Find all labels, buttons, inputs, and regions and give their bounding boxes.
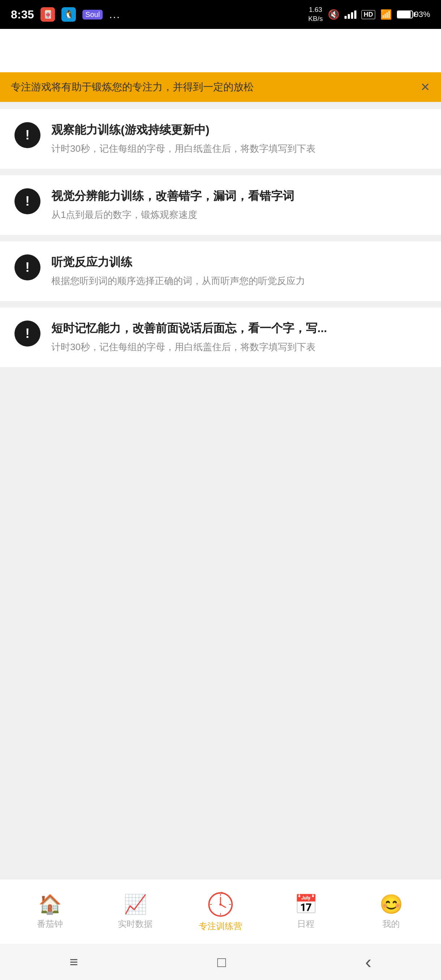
top-area — [0, 29, 441, 72]
game-card-4[interactable]: ! 短时记忆能力，改善前面说话后面忘，看一个字，写... 计时30秒，记住每组的… — [0, 307, 441, 367]
soul-badge: Soul — [83, 10, 103, 19]
game-card-2[interactable]: ! 视觉分辨能力训练，改善错字，漏词，看错字词 从1点到最后的数字，锻炼观察速度 — [0, 175, 441, 235]
back-button[interactable]: ‹ — [365, 951, 371, 973]
card-4-title: 短时记忆能力，改善前面说话后面忘，看一个字，写... — [51, 321, 427, 336]
pomodoro-icon: 🏠 — [38, 893, 62, 915]
battery: 93% — [397, 10, 430, 19]
realtime-icon: 📈 — [124, 893, 147, 915]
game-card-3[interactable]: ! 听觉反应力训练 根据您听到词的顺序选择正确的词，从而听声您的听觉反应力 — [0, 242, 441, 301]
system-nav: ≡ □ ‹ — [0, 944, 441, 980]
status-left: 8:35 🀄 🐧 Soul ... — [11, 7, 120, 22]
card-2-title: 视觉分辨能力训练，改善错字，漏词，看错字词 — [51, 188, 427, 204]
card-2-icon: ! — [14, 188, 40, 214]
mute-icon: 🔇 — [328, 9, 339, 20]
signal-icon — [344, 10, 357, 19]
menu-button[interactable]: ≡ — [70, 954, 78, 970]
status-time: 8:35 — [11, 8, 34, 21]
nav-item-realtime[interactable]: 📈 实时数据 — [92, 893, 178, 930]
card-1-icon: ! — [14, 122, 40, 148]
card-3-content: 听觉反应力训练 根据您听到词的顺序选择正确的词，从而听声您的听觉反应力 — [51, 255, 427, 288]
more-dots: ... — [109, 8, 120, 21]
card-1-content: 观察能力训练(游戏持续更新中) 计时30秒，记住每组的字母，用白纸盖住后，将数字… — [51, 122, 427, 156]
status-bar: 8:35 🀄 🐧 Soul ... 1.63 KB/s 🔇 HD 📶 — [0, 0, 441, 29]
nav-item-mine[interactable]: 😊 我的 — [349, 893, 434, 930]
home-button[interactable]: □ — [217, 954, 226, 970]
nav-item-pomodoro[interactable]: 🏠 番茄钟 — [7, 893, 92, 930]
nav-item-schedule[interactable]: 📅 日程 — [263, 893, 349, 930]
card-4-desc: 计时30秒，记住每组的字母，用白纸盖住后，将数字填写到下表 — [51, 340, 427, 354]
pomodoro-label: 番茄钟 — [37, 918, 63, 930]
card-1-desc: 计时30秒，记住每组的字母，用白纸盖住后，将数字填写到下表 — [51, 142, 427, 156]
content-area: ! 观察能力训练(游戏持续更新中) 计时30秒，记住每组的字母，用白纸盖住后，将… — [0, 102, 441, 445]
card-2-content: 视觉分辨能力训练，改善错字，漏词，看错字词 从1点到最后的数字，锻炼观察速度 — [51, 188, 427, 222]
card-3-title: 听觉反应力训练 — [51, 255, 427, 270]
card-1-title: 观察能力训练(游戏持续更新中) — [51, 122, 427, 138]
card-3-icon: ! — [14, 255, 40, 280]
hd-badge: HD — [361, 10, 375, 19]
realtime-label: 实时数据 — [118, 918, 153, 930]
card-4-content: 短时记忆能力，改善前面说话后面忘，看一个字，写... 计时30秒，记住每组的字母… — [51, 321, 427, 354]
card-3-desc: 根据您听到词的顺序选择正确的词，从而听声您的听觉反应力 — [51, 274, 427, 288]
svg-point-3 — [220, 904, 221, 905]
qq-icon: 🐧 — [62, 7, 76, 22]
banner-text: 专注游戏将有助于锻炼您的专注力，并得到一定的放松 — [11, 80, 254, 94]
schedule-label: 日程 — [297, 918, 314, 930]
game-card-1[interactable]: ! 观察能力训练(游戏持续更新中) 计时30秒，记住每组的字母，用白纸盖住后，将… — [0, 109, 441, 169]
app-icon-1: 🀄 — [40, 7, 55, 22]
empty-space — [0, 445, 441, 879]
nav-item-training[interactable]: 专注训练营 — [178, 891, 263, 932]
bottom-nav: 🏠 番茄钟 📈 实时数据 — [0, 879, 441, 944]
card-2-desc: 从1点到最后的数字，锻炼观察速度 — [51, 208, 427, 222]
status-right: 1.63 KB/s 🔇 HD 📶 93% — [308, 5, 430, 23]
wifi-icon: 📶 — [380, 9, 392, 20]
schedule-icon: 📅 — [294, 893, 318, 915]
mine-label: 我的 — [382, 918, 400, 930]
network-speed: 1.63 KB/s — [308, 5, 323, 23]
training-clock-icon — [207, 891, 234, 918]
banner: 专注游戏将有助于锻炼您的专注力，并得到一定的放松 ✕ — [0, 72, 441, 102]
banner-close-button[interactable]: ✕ — [420, 80, 430, 94]
card-4-icon: ! — [14, 321, 40, 347]
training-label: 专注训练营 — [199, 920, 242, 932]
mine-icon: 😊 — [380, 893, 403, 915]
